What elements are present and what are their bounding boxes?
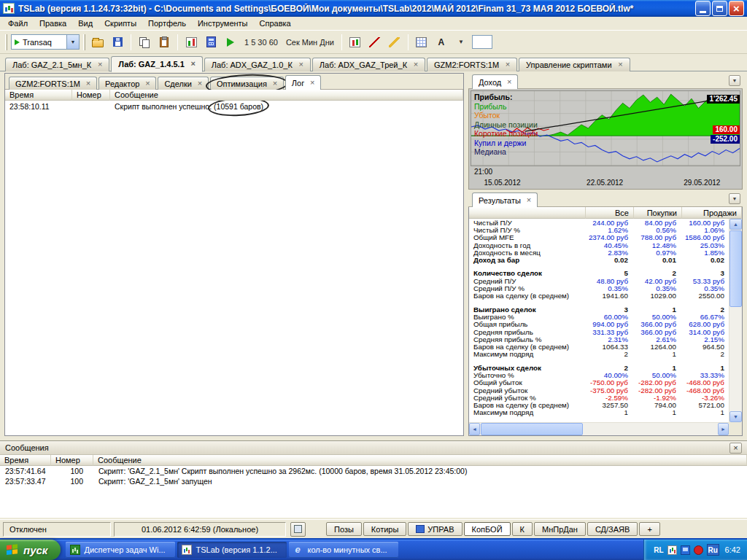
dropdown-button[interactable] bbox=[452, 34, 470, 51]
taskbar-task-button[interactable]: Диспетчер задач Wi... bbox=[66, 542, 175, 558]
menu-item[interactable]: Файл bbox=[2, 18, 34, 29]
close-icon[interactable] bbox=[729, 443, 742, 454]
paste-button[interactable] bbox=[155, 34, 173, 51]
toolbar-field[interactable] bbox=[472, 35, 492, 49]
scroll-right-icon[interactable] bbox=[718, 423, 729, 435]
results-row[interactable]: Общий убыток -750.00 руб -282.00 руб -46… bbox=[469, 379, 729, 386]
save-button[interactable] bbox=[109, 34, 126, 51]
main-tab[interactable]: Лаб: GAZ_2.1_5мн_К bbox=[5, 58, 109, 71]
minimize-button[interactable] bbox=[695, 1, 711, 16]
income-tab[interactable]: Доход bbox=[472, 74, 518, 90]
tab-close-icon[interactable] bbox=[189, 60, 198, 69]
calculator-button[interactable] bbox=[202, 34, 220, 51]
tab-close-icon[interactable] bbox=[196, 79, 204, 88]
scrollbar-thumb[interactable] bbox=[729, 230, 742, 307]
doc-tab[interactable]: Лог bbox=[285, 75, 321, 90]
results-row[interactable]: Выиграно сделок 3 1 2 bbox=[469, 306, 729, 313]
status-page-button[interactable]: Котиры bbox=[363, 522, 407, 536]
horizontal-scrollbar[interactable] bbox=[469, 422, 729, 435]
log-col-message[interactable]: Сообщение bbox=[110, 90, 463, 101]
tab-close-icon[interactable] bbox=[96, 61, 104, 69]
results-row[interactable]: Баров на сделку (в среднем) 1941.60 1029… bbox=[469, 292, 729, 300]
doc-tab[interactable]: Редактор bbox=[98, 77, 156, 90]
menu-item[interactable]: Вид bbox=[72, 18, 98, 29]
taskbar-task-button[interactable]: кол-во минутных св... bbox=[289, 542, 398, 558]
messages-col-message[interactable]: Сообщение bbox=[93, 455, 747, 466]
scroll-down-icon[interactable] bbox=[729, 411, 742, 422]
tray-alert-icon[interactable] bbox=[694, 545, 703, 555]
chevron-down-icon[interactable] bbox=[66, 35, 79, 49]
tab-close-icon[interactable] bbox=[84, 79, 93, 88]
results-row[interactable]: Средний П/У 48.80 руб 42.00 руб 53.33 ру… bbox=[469, 277, 729, 284]
candlestick-button[interactable] bbox=[347, 34, 364, 51]
copy-button[interactable] bbox=[136, 34, 153, 51]
results-row[interactable]: Максимум подряд 2 1 2 bbox=[469, 351, 729, 358]
message-row[interactable]: 23:57:33.47 100 Скрипт: 'GAZ_2.1_5мн' за… bbox=[0, 476, 747, 486]
status-page-button[interactable]: КопБОЙ bbox=[464, 522, 511, 536]
status-page-button[interactable]: МнПрДан bbox=[534, 522, 586, 536]
results-row[interactable]: Количество сделок 5 2 3 bbox=[469, 270, 729, 277]
chevron-down-icon[interactable] bbox=[729, 193, 740, 204]
menu-item[interactable]: Портфель bbox=[142, 18, 192, 29]
main-tab[interactable]: Лаб: ADX_GAZ_Трей_К bbox=[312, 58, 425, 71]
status-page-button[interactable]: СД/ЗАЯВ bbox=[587, 522, 638, 536]
results-row[interactable]: Общий MFE 2374.00 руб 788.00 руб 1586.00… bbox=[469, 234, 729, 241]
main-tab[interactable]: Лаб: ADX_GAZ_1.0_К bbox=[204, 58, 311, 71]
close-button[interactable] bbox=[729, 1, 744, 16]
taskbar-task-button[interactable]: TSLab (версия 1.1.2... bbox=[177, 542, 287, 558]
pencil-button[interactable] bbox=[386, 34, 403, 51]
status-page-button[interactable]: К bbox=[512, 522, 533, 536]
status-page-button[interactable]: УПРАВ bbox=[408, 522, 462, 536]
results-row[interactable]: Доходность в год 40.45% 12.48% 25.03% bbox=[469, 241, 729, 249]
toolbar-grip[interactable] bbox=[83, 34, 85, 50]
tab-close-icon[interactable] bbox=[297, 61, 306, 69]
main-tab[interactable]: GZM2:FORTS:1M bbox=[427, 58, 517, 71]
menu-item[interactable]: Инструменты bbox=[192, 18, 254, 29]
log-col-num[interactable]: Номер bbox=[72, 90, 110, 101]
tab-close-icon[interactable] bbox=[616, 61, 625, 69]
results-row[interactable]: Средняя прибыль % 2.31% 2.61% 2.15% bbox=[469, 335, 729, 343]
main-tab[interactable]: Управление скриптами bbox=[519, 58, 630, 71]
scrollbar-thumb[interactable] bbox=[481, 423, 583, 435]
restore-button[interactable] bbox=[712, 1, 727, 16]
results-row[interactable]: Средний убыток -375.00 руб -282.00 руб -… bbox=[469, 386, 729, 394]
open-folder-button[interactable] bbox=[89, 34, 107, 51]
menu-item[interactable]: Правка bbox=[34, 18, 72, 29]
results-row[interactable]: Чистый П/У % 1.62% 0.56% 1.06% bbox=[469, 226, 729, 233]
status-mini-button[interactable] bbox=[290, 522, 306, 537]
language-indicator[interactable]: Ru bbox=[707, 544, 719, 556]
results-row[interactable]: Общая прибыль 994.00 руб 366.00 руб 628.… bbox=[469, 321, 729, 328]
vertical-scrollbar[interactable] bbox=[729, 219, 742, 422]
results-row[interactable]: Средняя прибыль 331.33 руб 366.00 руб 31… bbox=[469, 328, 729, 335]
results-row[interactable]: Доходность в месяц 2.83% 0.97% 1.85% bbox=[469, 249, 729, 256]
intervals-label[interactable]: 1 5 30 60 bbox=[241, 38, 281, 47]
start-button[interactable]: пуск bbox=[0, 540, 61, 560]
results-row[interactable]: Средний П/У % 0.35% 0.35% 0.35% bbox=[469, 284, 729, 292]
trendline-button[interactable] bbox=[366, 34, 384, 51]
results-row[interactable]: Баров на сделку (в среднем) 3257.50 794.… bbox=[469, 402, 729, 409]
log-col-time[interactable]: Время bbox=[5, 90, 72, 101]
log-row[interactable]: 23:58:10.11 Скрипт выполнен успешно.(105… bbox=[5, 101, 463, 112]
messages-col-time[interactable]: Время bbox=[0, 455, 51, 466]
run-script-button[interactable] bbox=[222, 34, 239, 51]
results-col-buys[interactable]: Покупки bbox=[634, 207, 682, 219]
scroll-left-icon[interactable] bbox=[469, 423, 480, 435]
chevron-down-icon[interactable] bbox=[729, 75, 740, 86]
tray-network-icon[interactable] bbox=[681, 545, 690, 555]
results-row[interactable]: Баров на сделку (в среднем) 1064.33 1264… bbox=[469, 343, 729, 350]
results-row[interactable]: Максимум подряд 1 1 1 bbox=[469, 409, 729, 416]
tab-close-icon[interactable] bbox=[505, 78, 514, 87]
toolbar-grip[interactable] bbox=[5, 34, 7, 50]
message-row[interactable]: 23:57:41.64 100 Скрипт: 'GAZ_2.1_5мн' Ск… bbox=[0, 466, 747, 476]
doc-tab[interactable]: Сделки bbox=[158, 77, 209, 90]
menu-item[interactable]: Скрипты bbox=[98, 18, 142, 29]
results-col-all[interactable]: Все bbox=[586, 207, 634, 219]
results-row[interactable]: Выиграно % 60.00% 50.00% 66.67% bbox=[469, 313, 729, 320]
results-row[interactable]: Убыточно % 40.00% 50.00% 33.33% bbox=[469, 371, 729, 378]
results-row[interactable]: Доход за бар 0.02 0.01 0.02 bbox=[469, 256, 729, 263]
tab-close-icon[interactable] bbox=[525, 196, 533, 205]
text-tool-button[interactable] bbox=[433, 34, 450, 51]
results-row[interactable]: Чистый П/У 244.00 руб 84.00 руб 160.00 р… bbox=[469, 219, 729, 226]
messages-col-num[interactable]: Номер bbox=[51, 455, 93, 466]
tab-close-icon[interactable] bbox=[308, 79, 317, 88]
